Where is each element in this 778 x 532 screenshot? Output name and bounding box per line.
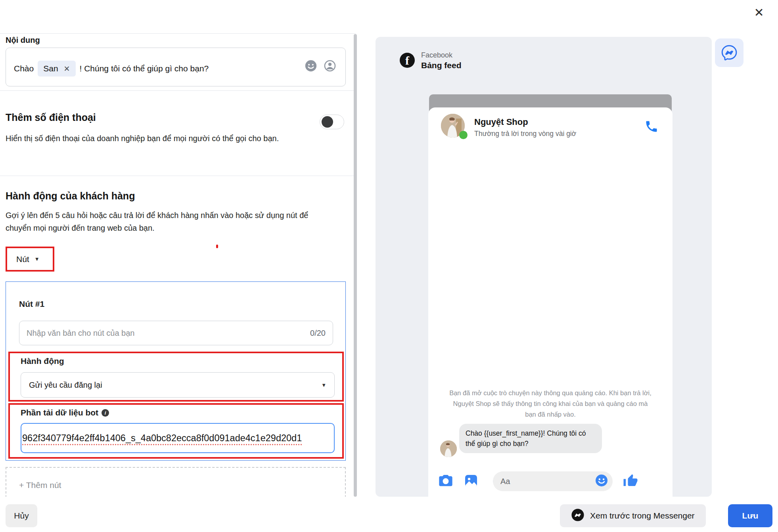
phone-section-description: Hiển thị số điện thoại của doanh nghiệp … (6, 132, 332, 145)
messenger-icon (721, 44, 738, 61)
divider (0, 176, 356, 176)
page-name: Nguyệt Shop (474, 117, 528, 127)
action-label: Hành động (21, 356, 64, 366)
payload-value: 962f340779f4e2ff4b1406_s_4a0bc82ecca8f0d… (26, 433, 302, 444)
template-editor-panel: Nội dung Chào San ✕ ! Chúng tôi có thể g… (0, 0, 356, 497)
toggle-knob (322, 116, 333, 128)
chevron-down-icon: ▼ (34, 256, 40, 262)
save-button[interactable]: Lưu (728, 504, 772, 527)
response-time: Thường trả lời trong vòng vài giờ (474, 130, 576, 138)
messenger-preview-card: Nguyệt Shop Thường trả lời trong vòng và… (428, 107, 673, 497)
greeting-suffix: ! Chúng tôi có thể giúp gì cho bạn? (80, 64, 209, 73)
chevron-down-icon: ▼ (321, 382, 326, 388)
preview-panel: f Facebook Bảng feed Nguyệt Shop Thường … (376, 37, 712, 497)
personalize-icon[interactable] (323, 59, 337, 74)
content-section-label: Nội dung (6, 36, 40, 45)
online-status-dot (459, 131, 468, 139)
button-text-input-wrap: 0/20 (19, 321, 333, 345)
camera-icon[interactable] (438, 473, 454, 490)
action-select-value: Gửi yêu cầu đăng lại (29, 381, 102, 390)
bubble-avatar (440, 440, 457, 457)
thumbs-up-icon[interactable] (622, 472, 639, 490)
info-icon[interactable]: i (102, 409, 109, 417)
facebook-logo-icon: f (400, 53, 415, 68)
button-1-card: Nút #1 0/20 Hành động Gửi yêu cầu đăng l… (6, 281, 346, 461)
payload-input[interactable]: 962f340779f4e2ff4b1406_s_4a0bc82ecca8f0d… (21, 423, 335, 453)
divider (0, 33, 356, 34)
chip-label: San (43, 64, 58, 73)
actions-section-description: Gợi ý lên đến 5 câu hỏi hoặc câu trả lời… (6, 209, 329, 234)
surface-label: Bảng feed (421, 61, 462, 70)
emoji-icon[interactable] (304, 59, 318, 74)
phone-toggle[interactable] (320, 115, 344, 129)
phone-call-icon[interactable] (644, 119, 659, 135)
char-counter: 0/20 (310, 329, 326, 338)
footer-bar: Hủy Xem trước trong Messenger Lưu (0, 497, 778, 532)
preview-button-label: Xem trước trong Messenger (590, 511, 695, 521)
button-1-title: Nút #1 (19, 299, 44, 309)
channel-label: Facebook (421, 51, 452, 59)
message-content-field[interactable]: Chào San ✕ ! Chúng tôi có thể giúp gì ch… (6, 48, 346, 86)
left-panel-scrollbar[interactable] (354, 34, 357, 497)
payload-region-highlight: Phần tải dữ liệu boti 962f340779f4e2ff4b… (8, 403, 344, 459)
action-type-value: Nút (16, 255, 29, 264)
messenger-channel-button[interactable] (715, 38, 744, 67)
emoji-picker-icon[interactable] (594, 473, 609, 489)
personalization-chip[interactable]: San ✕ (38, 61, 75, 77)
cancel-button[interactable]: Hủy (6, 504, 37, 527)
payload-label: Phần tải dữ liệu boti (21, 408, 109, 417)
greeting-message-bubble: Chào {{user_first_name}}! Chúng tôi có t… (459, 424, 602, 453)
composer-placeholder: Aa (500, 477, 594, 486)
messenger-icon (571, 508, 584, 524)
phone-section-title: Thêm số điện thoại (6, 112, 96, 123)
action-type-select[interactable]: Nút ▼ (6, 247, 54, 272)
annotation-red-dot (216, 245, 218, 248)
chip-remove-icon[interactable]: ✕ (64, 64, 70, 73)
close-icon[interactable]: ✕ (751, 5, 767, 21)
action-select[interactable]: Gửi yêu cầu đăng lại ▼ (21, 372, 335, 398)
preview-in-messenger-button[interactable]: Xem trước trong Messenger (560, 504, 706, 527)
composer-input[interactable]: Aa (493, 471, 613, 491)
photo-icon[interactable] (463, 473, 479, 490)
button-text-input[interactable] (27, 329, 310, 338)
ad-disclaimer: Bạn đã mở cuộc trò chuyện này thông qua … (448, 388, 653, 420)
greeting-prefix: Chào (14, 64, 34, 73)
actions-section-title: Hành động của khách hàng (6, 190, 135, 202)
action-region-highlight: Hành động Gửi yêu cầu đăng lại ▼ (8, 352, 344, 402)
divider (0, 90, 356, 91)
composer-bar: Aa (428, 471, 673, 495)
